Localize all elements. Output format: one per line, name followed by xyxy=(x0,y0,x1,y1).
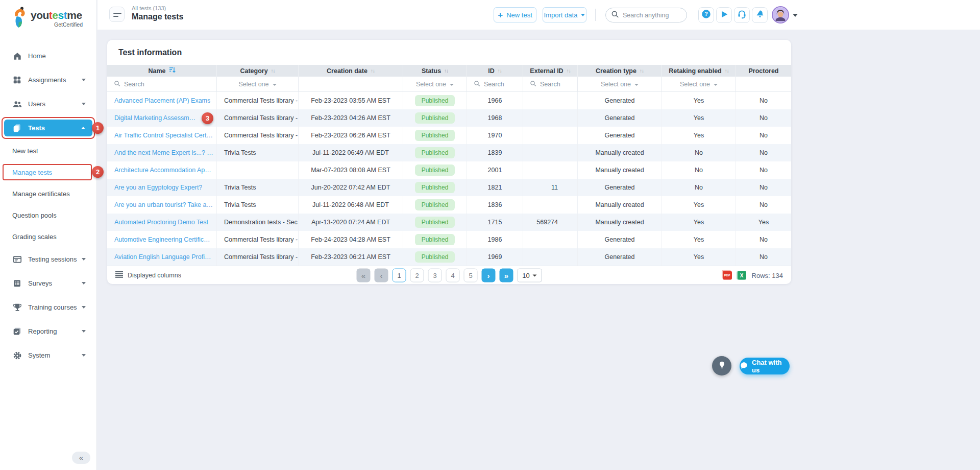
cell-proctored: No xyxy=(736,161,791,179)
sidebar: youtestme GetCertified Home Assignments … xyxy=(0,0,97,470)
sort-icon[interactable]: ↑↓ xyxy=(640,68,644,74)
status-badge: Published xyxy=(415,199,455,210)
menu-toggle-button[interactable] xyxy=(109,7,125,22)
column-header-name[interactable]: Name xyxy=(107,65,217,77)
cell-creation-date: Feb-23-2023 06:26 AM EST xyxy=(299,127,403,144)
external-id-filter-input[interactable] xyxy=(540,81,570,88)
cell-name: Air Traffic Control Specialist Certifica… xyxy=(107,127,217,144)
name-filter[interactable] xyxy=(107,77,217,91)
retaking-filter[interactable]: Select one xyxy=(662,77,736,91)
user-avatar[interactable] xyxy=(772,6,789,24)
export-pdf-icon[interactable]: PDF xyxy=(723,271,732,279)
prev-page-button[interactable]: ‹ xyxy=(375,268,388,282)
id-filter[interactable] xyxy=(467,77,523,91)
sidebar-item-users[interactable]: Users xyxy=(0,92,96,116)
column-header-status[interactable]: Status↑↓ xyxy=(403,65,467,77)
sidebar-item-system[interactable]: System xyxy=(0,343,96,367)
column-header-creation-date[interactable]: Creation date↑↓ xyxy=(299,65,403,77)
support-button[interactable] xyxy=(734,7,750,23)
test-name-link[interactable]: Automotive Engineering Certification ... xyxy=(114,236,213,243)
test-name-link[interactable]: Digital Marketing Assessment xyxy=(114,114,197,122)
cell-external-id xyxy=(523,92,578,109)
cell-id: 1821 xyxy=(467,179,523,196)
name-filter-input[interactable] xyxy=(124,81,161,88)
sidebar-item-question-pools[interactable]: Question pools xyxy=(0,204,96,226)
sort-icon[interactable]: ↑↓ xyxy=(371,68,375,74)
page-button-4[interactable]: 4 xyxy=(446,268,460,282)
search-input[interactable] xyxy=(623,12,679,19)
test-name-link[interactable]: Aviation English Language Proficienc... xyxy=(114,253,213,261)
avatar-chevron-icon[interactable] xyxy=(793,14,798,17)
next-page-button[interactable]: › xyxy=(482,268,496,282)
sidebar-item-new-test[interactable]: New test xyxy=(0,140,96,161)
column-header-creation-type[interactable]: Creation type↑↓ xyxy=(578,65,662,77)
sort-icon[interactable]: ↑↓ xyxy=(498,68,502,74)
status-badge: Published xyxy=(415,147,455,158)
cell-status: Published xyxy=(403,179,467,196)
sidebar-item-manage-certificates[interactable]: Manage certificates xyxy=(0,183,96,204)
rows-count: Rows: 134 xyxy=(752,271,783,279)
test-name-link[interactable]: Are you an Egyptology Expert? xyxy=(114,184,202,191)
table-row: Digital Marketing Assessment3Commercial … xyxy=(107,109,791,127)
cell-creation-date: Jun-20-2022 07:42 AM EDT xyxy=(299,179,403,196)
sidebar-collapse-button[interactable]: « xyxy=(72,452,90,464)
displayed-columns-button[interactable]: Displayed columns xyxy=(115,271,181,279)
sort-icon[interactable]: ↑↓ xyxy=(271,68,275,74)
page-button-1[interactable]: 1 xyxy=(393,268,406,282)
hints-button[interactable] xyxy=(712,356,731,375)
app-logo: youtestme GetCertified xyxy=(0,0,96,37)
sort-icon[interactable]: ↑↓ xyxy=(725,68,729,74)
sidebar-item-label: Reporting xyxy=(28,327,57,335)
category-filter[interactable]: Select one xyxy=(217,77,299,91)
sidebar-item-surveys[interactable]: Surveys xyxy=(0,271,96,295)
import-data-button[interactable]: Import data xyxy=(543,7,586,22)
sidebar-item-home[interactable]: Home xyxy=(0,44,96,68)
notifications-button[interactable] xyxy=(752,7,768,23)
test-name-link[interactable]: And the next Meme Expert is...? Mayb... xyxy=(114,149,213,156)
test-name-link[interactable]: Automated Proctoring Demo Test xyxy=(114,219,208,226)
sort-icon[interactable]: ↑↓ xyxy=(444,68,448,74)
export-excel-icon[interactable]: X xyxy=(738,271,746,279)
column-header-id[interactable]: ID↑↓ xyxy=(467,65,523,77)
test-name-link[interactable]: Air Traffic Control Specialist Certifica… xyxy=(114,132,213,139)
column-header-retaking-enabled[interactable]: Retaking enabled↑↓ xyxy=(662,65,736,77)
id-filter-input[interactable] xyxy=(484,81,514,88)
cell-external-id xyxy=(523,127,578,144)
test-name-link[interactable]: Architecture Accommodation Approv... xyxy=(114,167,213,174)
tutorials-button[interactable] xyxy=(716,7,732,23)
page-button-3[interactable]: 3 xyxy=(428,268,442,282)
help-button[interactable]: ? xyxy=(698,7,714,23)
sort-desc-active-icon[interactable] xyxy=(169,67,176,75)
page-button-2[interactable]: 2 xyxy=(410,268,424,282)
table-row: And the next Meme Expert is...? Mayb...T… xyxy=(107,144,791,161)
annotation-badge-2: 2 xyxy=(92,166,104,178)
sort-icon[interactable]: ↑↓ xyxy=(567,68,571,74)
chevron-down-icon xyxy=(634,84,639,86)
sidebar-item-grading-scales[interactable]: Grading scales xyxy=(0,226,96,247)
cell-creation-date: Feb-23-2023 04:26 AM EST xyxy=(299,109,403,127)
external-id-filter[interactable] xyxy=(523,77,578,91)
chat-with-us-button[interactable]: Chat with us xyxy=(740,358,790,374)
sidebar-item-testing-sessions[interactable]: Testing sessions xyxy=(0,247,96,271)
last-page-button[interactable]: » xyxy=(500,268,513,282)
new-test-button[interactable]: + New test xyxy=(494,7,536,22)
sidebar-item-tests[interactable]: Tests 1 xyxy=(4,120,92,136)
global-search[interactable] xyxy=(605,8,687,22)
first-page-button[interactable]: « xyxy=(357,268,371,282)
page-button-5[interactable]: 5 xyxy=(464,268,478,282)
test-name-link[interactable]: Are you an urban tourist? Take a tour ..… xyxy=(114,201,213,208)
search-icon xyxy=(530,80,536,88)
column-header-external-id[interactable]: External ID↑↓ xyxy=(523,65,578,77)
sidebar-item-manage-tests[interactable]: Manage tests 2 xyxy=(0,161,96,183)
page-size-select[interactable]: 10 xyxy=(518,268,542,282)
training-courses-icon xyxy=(12,302,22,312)
column-header-category[interactable]: Category↑↓ xyxy=(217,65,299,77)
cell-creation-type: Generated xyxy=(578,109,662,127)
cell-external-id: 11 xyxy=(523,179,578,196)
sidebar-item-reporting[interactable]: Reporting xyxy=(0,319,96,343)
test-name-link[interactable]: Advanced Placement (AP) Exams xyxy=(114,97,210,104)
sidebar-item-training-courses[interactable]: Training courses xyxy=(0,295,96,319)
status-filter[interactable]: Select one xyxy=(403,77,467,91)
sidebar-item-assignments[interactable]: Assignments xyxy=(0,68,96,92)
creation-type-filter[interactable]: Select one xyxy=(578,77,662,91)
